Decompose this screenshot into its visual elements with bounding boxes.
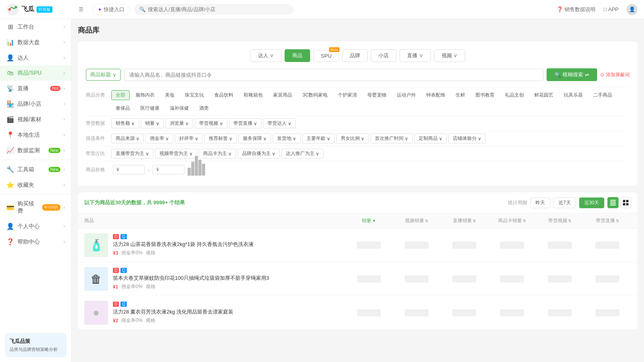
- sidebar-item-help[interactable]: ❓ 帮助中心 ›: [0, 234, 71, 250]
- filter-tag-health[interactable]: 滋补保健: [165, 103, 193, 113]
- filter-btn-sales-amount[interactable]: 销售额 ∨: [111, 118, 139, 128]
- chevron-down-icon: ∨: [439, 136, 442, 141]
- period-btn-30days[interactable]: 近30天: [579, 197, 604, 208]
- filter-tag-personal[interactable]: 个护家清: [334, 90, 361, 100]
- filter-tag-gifts[interactable]: 礼品文创: [500, 90, 528, 100]
- filter-btn-browse[interactable]: 浏览量 ∨: [165, 118, 193, 128]
- sidebar-item-workbench[interactable]: ⊞ 工作台 ›: [0, 19, 71, 35]
- filter-tag-clothing[interactable]: 服饰内衣: [131, 90, 159, 100]
- filter-btn-live[interactable]: 带货直播 ∨: [229, 118, 262, 128]
- search-input[interactable]: [148, 6, 289, 12]
- filter-btn-live-main[interactable]: 直播带货为主 ∨: [111, 149, 153, 159]
- tab-brand[interactable]: 品牌: [342, 49, 368, 62]
- search-button[interactable]: 🔍 模糊搜索 ⇌: [547, 68, 597, 81]
- tab-product[interactable]: 商品: [285, 49, 310, 62]
- filter-btn-custom[interactable]: 定制商品 ∨: [414, 134, 447, 143]
- sidebar-item-local[interactable]: 📍 本地生活 ›: [0, 127, 71, 143]
- filter-tag-luxury[interactable]: 奢侈品: [111, 103, 134, 113]
- sidebar-item-video[interactable]: 🎬 视频/素材 ›: [0, 112, 71, 127]
- filter-btn-age[interactable]: 主要年龄 ∨: [302, 134, 335, 143]
- filter-tag-flowers[interactable]: 鲜花园艺: [530, 90, 558, 100]
- product-live-sales: [440, 309, 488, 316]
- sidebar-item-live[interactable]: 📡 直播 Hot ›: [0, 81, 71, 96]
- filter-tag-baby[interactable]: 母婴宠物: [363, 90, 391, 100]
- filter-btn-recommend-tag[interactable]: 推荐标签 ∨: [204, 134, 237, 143]
- filter-btn-influencer-main[interactable]: 达人推广为主 ∨: [281, 149, 324, 159]
- sidebar-item-product[interactable]: 🛍 商品/SPU ‹: [0, 66, 71, 81]
- filter-tag-sports[interactable]: 运动户外: [392, 90, 420, 100]
- filter-tag-alcohol[interactable]: 酒类: [195, 103, 213, 113]
- table-row[interactable]: ● D Q 活力28 薰衣芬芳洗衣液2kg 洗化用品留香去渍家庭装 ¥2 佣金率…: [78, 296, 638, 330]
- col-header-video-sales[interactable]: 视频销量 ⇅: [393, 217, 440, 224]
- col-header-carry-video[interactable]: 带货视频 ⇅: [536, 217, 584, 224]
- filter-tag-food[interactable]: 食品饮料: [210, 90, 238, 100]
- sidebar-item-toolbox[interactable]: 🔧 工具箱 New ›: [0, 162, 71, 177]
- filter-btn-sales-volume[interactable]: 销量 ∨: [141, 118, 164, 128]
- filter-tag-toys[interactable]: 玩具乐器: [559, 90, 587, 100]
- filter-tag-home[interactable]: 家居用品: [269, 90, 297, 100]
- filter-tag-books[interactable]: 图书教育: [471, 90, 499, 100]
- filter-tag-beauty[interactable]: 美妆: [161, 90, 179, 100]
- price-min-input[interactable]: [113, 165, 145, 174]
- col-header-card-sales[interactable]: 商品卡销量 ⇅: [488, 217, 536, 224]
- filter-btn-store-score[interactable]: 店铺体验分 ∨: [448, 134, 486, 143]
- app-button[interactable]: □ APP: [603, 6, 619, 12]
- filter-btn-origin[interactable]: 发货地 ∨: [273, 134, 301, 143]
- filter-tag-jewelry[interactable]: 珠宝文玩: [180, 90, 208, 100]
- add-blacklist-button[interactable]: ⊙ 添加屏蔽词: [600, 72, 630, 78]
- sidebar-item-dashboard[interactable]: 📊 数据大盘 ›: [0, 35, 71, 50]
- filter-btn-rating[interactable]: 好评率 ∨: [175, 134, 203, 143]
- filter-btn-first-promo[interactable]: 首次推广时间 ∨: [370, 134, 413, 143]
- filter-btn-commission[interactable]: 佣金率 ∨: [145, 134, 173, 143]
- tab-shop[interactable]: 小店: [371, 49, 396, 62]
- sidebar-item-monitor[interactable]: 📈 数据监测 New ›: [0, 143, 71, 158]
- period-btn-7days[interactable]: 近7天: [553, 197, 576, 208]
- filter-tag-secondhand[interactable]: 二手商品: [589, 90, 617, 100]
- flea-card[interactable]: 飞瓜品策 品类与品牌营销策略分析: [5, 333, 66, 357]
- product-cell: 🧴 D Q 活力28 山茶花香留香洗衣液2kg*1袋 持久香氛去污护色洗衣液 ¥…: [84, 233, 345, 257]
- tab-live[interactable]: 直播 ∨: [400, 49, 431, 62]
- tab-video[interactable]: 视频 ∨: [434, 49, 466, 62]
- price-label: 商品价格: [86, 166, 110, 173]
- tab-influencer[interactable]: 达人 ∨: [250, 49, 282, 62]
- grid-view-button[interactable]: [620, 197, 631, 208]
- filter-tag-shoes[interactable]: 鞋靴箱包: [239, 90, 267, 100]
- filter-tag-electronics[interactable]: 3C数码家电: [298, 90, 332, 100]
- chevron-down-icon: ∨: [405, 136, 408, 141]
- table-row[interactable]: 🗑 D Q 笛本大卷艾草驱蚊防虫印花100只抽绳式垃圾袋加厚不脏手穿绳家用3 ¥…: [78, 262, 638, 296]
- price-bar-5: [202, 164, 205, 176]
- filter-btn-source[interactable]: 商品来源 ∨: [111, 134, 144, 143]
- price-max-input[interactable]: [153, 165, 184, 174]
- user-avatar[interactable]: 👤: [627, 4, 638, 15]
- filter-btn-gender[interactable]: 男女比例 ∨: [336, 134, 369, 143]
- filter-tag-medical[interactable]: 医疗健康: [136, 103, 164, 113]
- list-view-button[interactable]: [607, 197, 619, 208]
- product-search-input[interactable]: [124, 69, 543, 81]
- col-header-sales[interactable]: 销量 ▼: [345, 217, 393, 224]
- menu-button[interactable]: ☰: [75, 3, 87, 16]
- sidebar-item-label: 品牌/小店: [17, 101, 60, 108]
- filter-tag-watch[interactable]: 钟表配饰: [422, 90, 450, 100]
- sidebar-item-purchase[interactable]: 💳 购买续费 年付8折 ›: [0, 196, 71, 219]
- search-tag-select[interactable]: 商品标题 ∨: [86, 69, 121, 81]
- sales-data-help[interactable]: ❓ 销售数据说明: [557, 6, 596, 13]
- table-row[interactable]: 🧴 D Q 活力28 山茶花香留香洗衣液2kg*1袋 持久香氛去污护色洗衣液 ¥…: [78, 228, 638, 262]
- filter-btn-service[interactable]: 服务保障 ∨: [239, 134, 271, 143]
- period-btn-yesterday[interactable]: 昨天: [530, 197, 550, 208]
- sidebar-item-brand[interactable]: 🏪 品牌/小店 ›: [0, 96, 71, 112]
- col-header-live-sales[interactable]: 直播销量 ⇅: [440, 217, 488, 224]
- filter-btn-influencer[interactable]: 带货达人 ∨: [263, 118, 296, 128]
- sidebar-item-profile[interactable]: 👤 个人中心 ›: [0, 219, 71, 234]
- search-bar[interactable]: 🔍: [134, 4, 293, 15]
- sidebar-item-favorites[interactable]: ⭐ 收藏夹 ›: [0, 177, 71, 193]
- filter-btn-product-card-main[interactable]: 商品卡为主 ∨: [199, 149, 236, 159]
- filter-btn-video[interactable]: 带货视频 ∨: [195, 118, 227, 128]
- filter-tag-all[interactable]: 全部: [111, 90, 130, 100]
- filter-btn-video-main[interactable]: 视频带货为主 ∨: [155, 149, 197, 159]
- filter-tag-fresh[interactable]: 生鲜: [451, 90, 469, 100]
- filter-btn-brand-self[interactable]: 品牌自播为主 ∨: [238, 149, 280, 159]
- sidebar-item-influencer[interactable]: 👤 达人 ›: [0, 50, 71, 66]
- quick-entry-button[interactable]: ✦ 快捷入口: [92, 4, 130, 15]
- tab-spu[interactable]: SPU Beta: [313, 50, 339, 62]
- col-header-carry-live[interactable]: 带货直播 ⇅: [584, 217, 631, 224]
